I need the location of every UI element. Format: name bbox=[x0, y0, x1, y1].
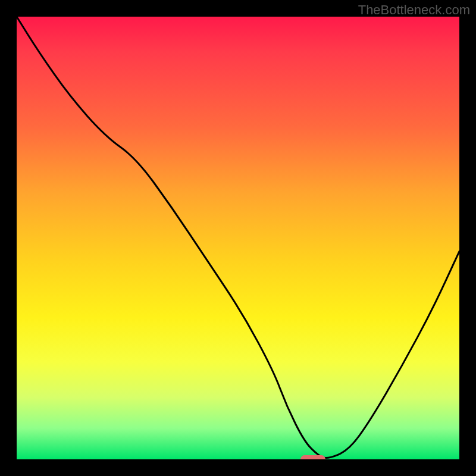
chart-container: TheBottleneck.com bbox=[0, 0, 476, 476]
plot-area bbox=[17, 17, 459, 459]
optimal-marker bbox=[300, 455, 325, 459]
bottleneck-curve bbox=[17, 17, 459, 458]
curve-svg bbox=[17, 17, 459, 459]
watermark-text: TheBottleneck.com bbox=[358, 2, 470, 18]
